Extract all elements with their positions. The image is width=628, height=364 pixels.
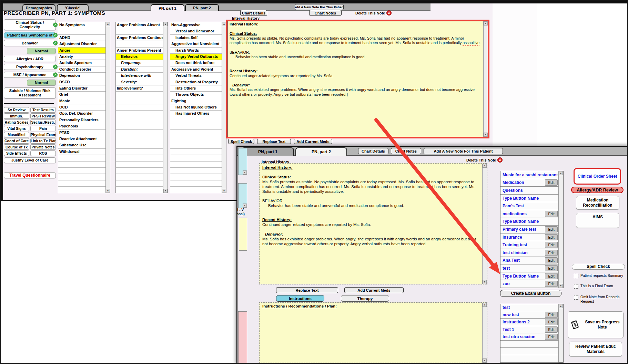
scroll-up-icon[interactable]: ▲	[559, 171, 563, 175]
sidebar-button[interactable]: Allergies / ADR	[4, 56, 56, 62]
instruction-button-row[interactable]: instructions 2 Edit	[500, 319, 558, 326]
chart-details-button[interactable]: Chart Details	[240, 10, 267, 16]
checkbox-icon[interactable]	[574, 284, 578, 289]
travel-questionnaire-button[interactable]: Travel Questionnaire	[4, 172, 56, 178]
symptom-row[interactable]: Eating Disorder	[58, 85, 105, 92]
sidebar-grid-button[interactable]: Pain	[30, 126, 56, 131]
symptom-row[interactable]: Verbal Threats	[170, 73, 222, 79]
exam-button-row[interactable]: Insurance Edit	[500, 233, 558, 241]
exam-button-row[interactable]: medications Edit	[500, 210, 558, 218]
scroll-up-icon[interactable]: ▲	[163, 22, 168, 26]
scroll-up-icon[interactable]: ▲	[484, 21, 488, 25]
instruction-button-row[interactable]: test otra seccion Edit	[500, 333, 558, 341]
scroll-up-icon[interactable]: ▲	[483, 164, 487, 168]
symptom-row[interactable]	[170, 162, 222, 168]
symptom-row[interactable]	[58, 187, 105, 193]
sidebar-grid-button[interactable]: Test Results	[30, 107, 56, 113]
symptom-row[interactable]: Isolates Self	[170, 35, 222, 41]
symptom-row[interactable]: Depression	[58, 73, 105, 79]
symptom-row[interactable]	[116, 98, 163, 104]
symptom-row[interactable]	[170, 168, 222, 174]
clinical-order-sheet-button[interactable]: Clinical Order Sheet	[574, 168, 621, 185]
symptom-row[interactable]	[116, 41, 163, 47]
sidebar-grid-button[interactable]: Coord of Care	[4, 138, 29, 144]
symptom-row[interactable]	[58, 155, 105, 161]
sidebar-button[interactable]: Behavior ✓	[4, 40, 56, 46]
symptom-row[interactable]	[116, 174, 163, 180]
exam-button-row[interactable]: Type Button Name	[500, 195, 558, 202]
symptom-row[interactable]: Reactive Attachment	[58, 136, 105, 142]
edit-button[interactable]: Edit	[545, 281, 558, 287]
symptom-row[interactable]: Psychosis	[58, 123, 105, 129]
exam-button-row[interactable]: Ana Test Edit	[500, 257, 558, 265]
symptom-row[interactable]: Does not think before	[170, 60, 222, 66]
symptom-row[interactable]: Aggressive but Nonviolent	[170, 41, 222, 47]
checkbox-final-exam[interactable]: This is a Final Exam	[574, 284, 626, 289]
edit-button[interactable]: Edit	[545, 326, 558, 333]
review-patient-educ-button[interactable]: Review Patient Educ Materials	[569, 342, 622, 357]
replace-text-button[interactable]: Replace Text	[276, 287, 338, 293]
symptom-row[interactable]	[170, 123, 222, 129]
symptom-row[interactable]	[116, 155, 163, 161]
symptom-row[interactable]: Anger Problems Continue	[116, 35, 163, 41]
tab-pn-part1[interactable]: PN, part 1	[242, 147, 294, 156]
symptom-row[interactable]: Has Injured Others	[170, 111, 222, 117]
sidebar-button[interactable]: MSE / Appearance ✓	[4, 72, 56, 78]
symptom-row[interactable]: Anger	[58, 48, 105, 54]
edit-button[interactable]: Edit	[545, 234, 558, 240]
symptom-row[interactable]	[170, 180, 222, 187]
scrollbar[interactable]: ▲ ▼	[163, 22, 168, 193]
sidebar-grid-button[interactable]: Private Notes	[30, 144, 56, 150]
add-new-note-button[interactable]: Add A New Note For This Patient	[295, 4, 344, 10]
instructions-textarea[interactable]: Instructions / Recommendations / Plan: ▲…	[259, 302, 487, 363]
instruction-button-row[interactable]	[500, 355, 558, 362]
sidebar-button[interactable]: Clinical Status / Complexity ✓	[4, 19, 56, 30]
checkbox-icon[interactable]	[574, 295, 578, 300]
sidebar-button[interactable]: Psychotherapy ✓	[4, 64, 56, 70]
tab-pn-part2[interactable]: PN, part 2	[185, 4, 219, 11]
symptom-row[interactable]	[58, 162, 105, 168]
symptom-row[interactable]: OCD	[58, 104, 105, 111]
checkbox-omit-note[interactable]: Omit Note from Records Request	[574, 295, 626, 303]
edit-button[interactable]: Edit	[545, 257, 558, 263]
symptom-row[interactable]: Throws Objects	[170, 92, 222, 98]
symptom-row[interactable]: Hits Others	[170, 85, 222, 92]
tab-classic[interactable]: 'Classic'	[57, 4, 89, 11]
symptom-row[interactable]: Substance Use	[58, 142, 105, 148]
add-current-meds-button[interactable]: Add Current Meds	[344, 287, 404, 293]
add-current-meds-button[interactable]: Add Current Meds	[294, 139, 332, 144]
exam-button-row[interactable]: Pam's Test	[500, 202, 558, 210]
checkbox-icon[interactable]	[574, 274, 578, 278]
exam-button-row[interactable]: Medication Edit	[500, 179, 558, 187]
edit-button[interactable]: Edit	[545, 265, 558, 271]
symptom-row[interactable]: Manic	[58, 98, 105, 104]
scroll-up-icon[interactable]: ▲	[559, 304, 563, 308]
delete-x-icon[interactable]: ✗	[386, 10, 392, 15]
tab-demographics[interactable]: Demographics	[22, 4, 55, 11]
symptom-row[interactable]: Frequency:	[116, 60, 163, 66]
scroll-down-icon[interactable]: ▼	[483, 280, 487, 284]
exam-button-row[interactable]: Type Button Name	[500, 218, 558, 226]
chart-notes-button[interactable]: Chart Notes	[309, 10, 342, 16]
symptom-row[interactable]	[116, 149, 163, 155]
chart-details-button[interactable]: Chart Details	[358, 148, 388, 154]
edit-button[interactable]: Edit	[545, 242, 558, 248]
spell-check-button[interactable]: Spell Check	[572, 264, 625, 270]
aims-button[interactable]: AIMS	[576, 213, 619, 228]
save-as-progress-note-button[interactable]: Save as Progress Note	[568, 311, 624, 338]
symptom-row[interactable]: Personality Disorders	[58, 117, 105, 123]
instruction-button-row[interactable]	[500, 341, 558, 348]
edit-button[interactable]: Edit	[545, 211, 558, 217]
exam-button-row[interactable]: Music for a sushi restaurant	[500, 171, 558, 179]
scroll-down-icon[interactable]: ▼	[163, 189, 168, 193]
symptom-row[interactable]: Grief	[58, 92, 105, 98]
edit-button[interactable]: Edit	[545, 273, 558, 279]
symptom-row[interactable]: Verbal and Demeanor	[170, 28, 222, 34]
spell-check-button[interactable]: Spell Check	[228, 139, 254, 144]
symptom-row[interactable]	[116, 136, 163, 142]
scroll-down-icon[interactable]: ▼	[222, 189, 226, 193]
exam-button-row[interactable]: test clinician Edit	[500, 249, 558, 257]
sidebar-grid-button[interactable]: Sx Review	[4, 107, 29, 113]
symptom-row[interactable]	[58, 28, 105, 34]
exam-button-row[interactable]: zoo Edit	[500, 280, 558, 288]
